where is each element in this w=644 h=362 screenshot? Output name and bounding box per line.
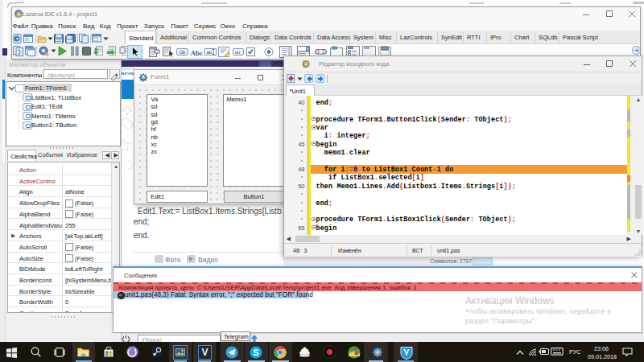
svg-text:S: S (253, 348, 258, 357)
svg-text:ab: ab (207, 50, 213, 55)
svg-text:Abc: Abc (191, 48, 204, 56)
svg-text:on: on (235, 49, 240, 54)
svg-text:Ok: Ok (180, 49, 185, 54)
